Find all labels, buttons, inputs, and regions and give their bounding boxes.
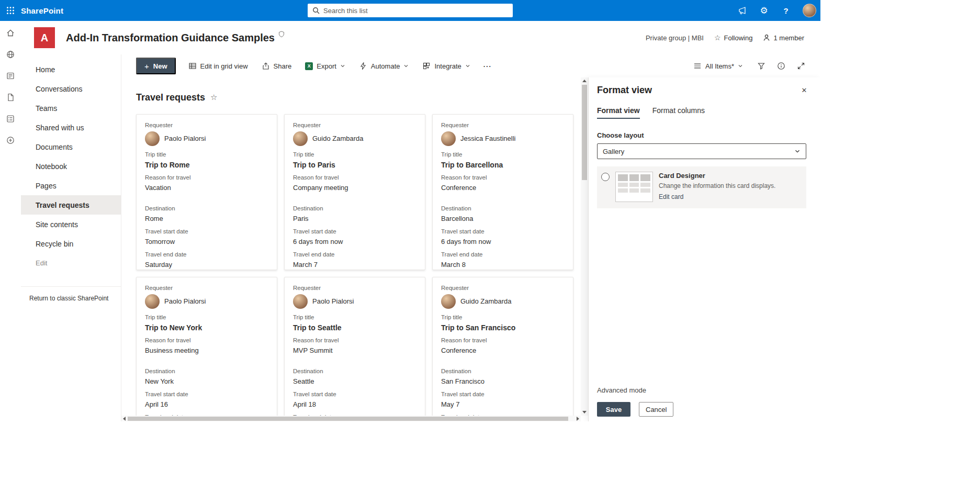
field-label: Requester <box>441 285 565 292</box>
travel-request-card[interactable]: Requester Jessica Faustinelli Trip title… <box>432 114 573 270</box>
advanced-mode-link[interactable]: Advanced mode <box>597 386 646 394</box>
horizontal-scrollbar[interactable] <box>121 416 581 421</box>
field-start-date: Travel start date 6 days from now <box>293 228 416 247</box>
integrate-button[interactable]: Integrate <box>417 58 475 74</box>
share-button[interactable]: Share <box>256 58 297 74</box>
end-date-value: Saturday <box>145 260 268 270</box>
sidebar-item-edit[interactable]: Edit <box>21 253 121 273</box>
field-label: Travel end date <box>441 251 565 258</box>
tab-format-columns[interactable]: Format columns <box>652 106 705 119</box>
more-commands-button[interactable]: ⋯ <box>479 61 495 71</box>
edit-in-grid-view-button[interactable]: Edit in grid view <box>183 58 253 74</box>
integrate-label: Integrate <box>434 62 461 70</box>
feedback-icon[interactable] <box>737 5 747 16</box>
help-icon[interactable]: ? <box>781 5 791 16</box>
sidebar-item-teams[interactable]: Teams <box>21 98 121 118</box>
chevron-down-icon <box>465 63 470 69</box>
info-icon[interactable] <box>774 59 788 73</box>
export-excel-icon <box>305 62 313 70</box>
rail-home-icon[interactable] <box>6 28 15 38</box>
return-to-classic-link[interactable]: Return to classic SharePoint <box>21 295 121 302</box>
site-header-meta: Private group | MBI ☆ Following 1 member <box>646 34 804 42</box>
field-label: Travel start date <box>293 228 416 235</box>
sidebar-item-conversations[interactable]: Conversations <box>21 79 121 98</box>
requester-name: Paolo Pialorsi <box>312 297 354 306</box>
sharepoint-brand[interactable]: SharePoint <box>21 6 63 15</box>
site-title[interactable]: Add-In Transformation Guidance Samples <box>66 32 275 44</box>
search-input[interactable] <box>323 7 508 15</box>
panel-tabs: Format view Format columns <box>597 106 812 119</box>
new-button[interactable]: + New <box>136 58 176 74</box>
horizontal-scroll-thumb[interactable] <box>128 417 568 421</box>
view-selector-button[interactable]: All Items* <box>688 58 748 74</box>
settings-gear-icon[interactable]: ⚙ <box>759 5 769 16</box>
gallery-cards: Requester Paolo Pialorsi Trip title Trip… <box>136 114 581 416</box>
rail-create-icon[interactable] <box>6 136 15 145</box>
travel-request-card[interactable]: Requester Guido Zambarda Trip title Trip… <box>432 277 573 416</box>
close-icon[interactable]: ✕ <box>799 85 809 95</box>
field-trip-title: Trip title Trip to Rome <box>145 151 268 170</box>
requester-avatar <box>441 294 456 309</box>
members-button[interactable]: 1 member <box>763 34 804 42</box>
chevron-down-icon <box>738 63 743 69</box>
sidebar-item-notebook[interactable]: Notebook <box>21 157 121 176</box>
favorite-star-icon[interactable]: ☆ <box>210 93 217 102</box>
rail-sites-globe-icon[interactable] <box>6 50 15 59</box>
share-label: Share <box>274 62 292 70</box>
sidebar-item-recycle-bin[interactable]: Recycle bin <box>21 234 121 253</box>
field-label: Destination <box>441 368 565 375</box>
site-navigation: Home Conversations Teams Shared with us … <box>21 54 121 421</box>
field-label: Reason for travel <box>441 337 565 344</box>
edit-card-link[interactable]: Edit card <box>659 193 775 200</box>
cancel-button[interactable]: Cancel <box>639 402 673 417</box>
scroll-up-arrow[interactable] <box>582 80 587 82</box>
field-requester: Requester Guido Zambarda <box>441 285 565 309</box>
travel-request-card[interactable]: Requester Guido Zambarda Trip title Trip… <box>284 114 425 270</box>
requester-avatar <box>293 294 308 309</box>
field-label: Reason for travel <box>293 337 416 344</box>
rail-news-icon[interactable] <box>6 71 15 81</box>
field-start-date: Travel start date May 7 <box>441 391 565 409</box>
panel-footer: Save Cancel <box>597 402 673 417</box>
sidebar-item-home[interactable]: Home <box>21 60 121 79</box>
rail-lists-icon[interactable] <box>6 114 15 124</box>
sidebar-item-travel-requests[interactable]: Travel requests <box>21 195 121 215</box>
sidebar-item-shared-with-us[interactable]: Shared with us <box>21 118 121 137</box>
field-label: Reason for travel <box>145 337 268 344</box>
rail-files-icon[interactable] <box>6 93 15 102</box>
sidebar-item-documents[interactable]: Documents <box>21 137 121 157</box>
follow-button[interactable]: ☆ Following <box>714 34 752 42</box>
scroll-left-arrow[interactable] <box>123 417 126 421</box>
requester-name: Guido Zambarda <box>460 297 512 306</box>
export-button[interactable]: Export <box>300 58 351 74</box>
sidebar-item-site-contents[interactable]: Site contents <box>21 215 121 234</box>
scroll-right-arrow[interactable] <box>577 417 579 421</box>
site-header: A Add-In Transformation Guidance Samples… <box>21 21 820 54</box>
layout-dropdown[interactable]: Gallery <box>597 143 806 159</box>
account-avatar[interactable] <box>803 4 816 17</box>
automate-button[interactable]: Automate <box>354 58 414 74</box>
scroll-down-arrow[interactable] <box>582 411 587 413</box>
tab-format-view[interactable]: Format view <box>597 106 640 119</box>
requester-avatar <box>441 131 456 146</box>
filter-icon[interactable] <box>754 59 768 73</box>
fullscreen-expand-icon[interactable] <box>794 59 808 73</box>
destination-value: New York <box>145 377 268 386</box>
app-launcher-button[interactable] <box>0 0 21 21</box>
field-destination: Destination Rome <box>145 205 268 223</box>
travel-request-card[interactable]: Requester Paolo Pialorsi Trip title Trip… <box>136 114 277 270</box>
sidebar-item-pages[interactable]: Pages <box>21 176 121 195</box>
field-reason: Reason for travel Conference <box>441 174 565 193</box>
list-title-row: Travel requests ☆ <box>136 91 581 104</box>
card-designer-text: Card Designer Change the information thi… <box>659 172 775 202</box>
card-designer-radio[interactable] <box>601 173 610 181</box>
chevron-down-icon <box>340 63 345 69</box>
field-label: Trip title <box>293 151 416 158</box>
view-selector-label: All Items* <box>705 62 734 70</box>
vertical-scrollbar[interactable] <box>581 77 588 416</box>
travel-request-card[interactable]: Requester Paolo Pialorsi Trip title Trip… <box>136 277 277 416</box>
site-logo[interactable]: A <box>34 27 55 48</box>
vertical-scroll-thumb[interactable] <box>582 85 587 180</box>
save-button[interactable]: Save <box>597 402 630 417</box>
travel-request-card[interactable]: Requester Paolo Pialorsi Trip title Trip… <box>284 277 425 416</box>
